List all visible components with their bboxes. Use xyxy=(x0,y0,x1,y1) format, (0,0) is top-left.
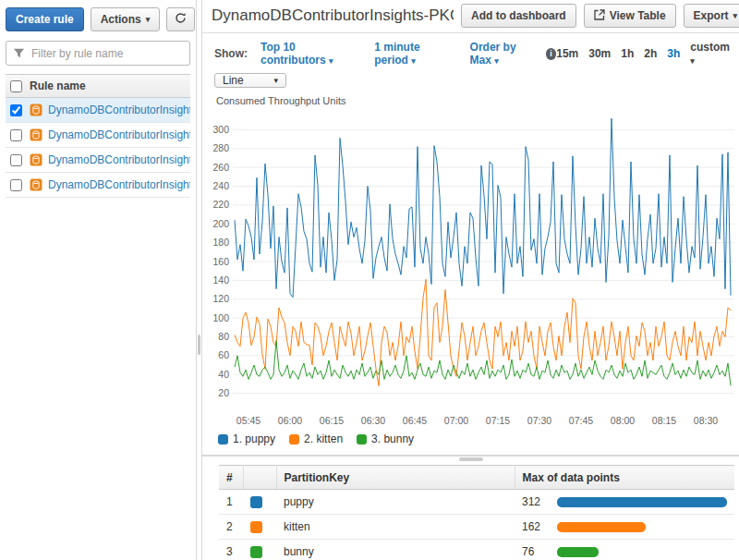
rule-link[interactable]: DynamoDBContributorInsights-SK... xyxy=(48,178,190,191)
legend-item-bunny[interactable]: 3. bunny xyxy=(357,432,414,445)
add-to-dashboard-button[interactable]: Add to dashboard xyxy=(461,4,576,28)
contributors-table-wrap: # PartitionKey Max of data points 1puppy… xyxy=(219,465,734,560)
splitter-grip-icon xyxy=(198,335,200,355)
table-row[interactable]: 1puppy312 xyxy=(219,490,734,515)
order-dropdown[interactable]: Order by Max ▾ xyxy=(470,41,539,67)
swatch-cell xyxy=(243,540,276,560)
series-line-bunny xyxy=(235,341,731,386)
line-chart[interactable]: 2040608010012014016018020022024026028030… xyxy=(211,106,739,432)
x-tick-label: 06:15 xyxy=(320,415,344,426)
time-range-1h[interactable]: 1h xyxy=(621,47,634,60)
view-table-button[interactable]: View Table xyxy=(584,4,676,28)
max-cell: 76 xyxy=(515,540,734,560)
sidebar-toolbar: Create rule Actions ▾ xyxy=(6,7,190,31)
sidebar-splitter[interactable] xyxy=(196,0,202,560)
legend-swatch-icon xyxy=(289,434,299,444)
legend-item-kitten[interactable]: 2. kitten xyxy=(289,432,343,445)
header-buttons: Add to dashboard View Table Export ▾ xyxy=(461,4,739,28)
splitter-grip-icon xyxy=(459,457,483,461)
x-tick-label: 06:30 xyxy=(361,415,385,426)
rule-row[interactable]: DynamoDBContributorInsights-PK... xyxy=(6,123,190,148)
create-rule-button[interactable]: Create rule xyxy=(6,7,84,31)
table-header-row: # PartitionKey Max of data points xyxy=(219,466,734,490)
y-tick-label: 200 xyxy=(212,218,229,229)
chart-type-select[interactable]: Line ▾ xyxy=(214,73,286,88)
partitionkey-cell: puppy xyxy=(276,490,515,515)
rule-row[interactable]: DynamoDBContributorInsights-PK... xyxy=(6,98,190,123)
rule-checkbox[interactable] xyxy=(10,179,22,191)
partitionkey-cell: kitten xyxy=(276,515,515,540)
y-tick-label: 240 xyxy=(212,180,229,191)
x-tick-label: 07:45 xyxy=(569,415,593,426)
rank-cell: 2 xyxy=(219,515,243,540)
actions-button[interactable]: Actions ▾ xyxy=(91,7,161,31)
y-tick-label: 260 xyxy=(212,162,229,173)
x-tick-label: 08:00 xyxy=(611,415,635,426)
rule-row[interactable]: DynamoDBContributorInsights-SK... xyxy=(6,148,190,173)
rule-row[interactable]: DynamoDBContributorInsights-SK... xyxy=(6,173,190,198)
y-tick-label: 140 xyxy=(212,274,229,286)
time-range-30m[interactable]: 30m xyxy=(588,47,611,60)
table-splitter[interactable] xyxy=(202,455,739,457)
max-bar xyxy=(557,547,599,557)
info-icon[interactable]: i xyxy=(546,48,557,60)
chart-canvas[interactable]: 2040608010012014016018020022024026028030… xyxy=(211,106,739,430)
export-label: Export xyxy=(694,9,729,22)
rule-checkbox[interactable] xyxy=(10,154,22,166)
time-range-2h[interactable]: 2h xyxy=(644,47,657,60)
max-bar xyxy=(557,522,646,532)
chevron-down-icon: ▾ xyxy=(273,77,278,85)
y-tick-label: 60 xyxy=(218,349,229,360)
rule-link[interactable]: DynamoDBContributorInsights-PK... xyxy=(48,103,190,116)
chart-y-axis-title: Consumed Throughput Units xyxy=(216,95,739,106)
partitionkey-column-header: PartitionKey xyxy=(276,466,515,490)
legend-label: 3. bunny xyxy=(371,432,414,445)
legend-item-puppy[interactable]: 1. puppy xyxy=(218,432,275,445)
rule-checkbox[interactable] xyxy=(10,129,22,141)
contributors-dropdown[interactable]: Top 10 contributors ▾ xyxy=(260,41,358,67)
series-swatch-icon xyxy=(250,546,262,558)
time-range-3h[interactable]: 3h xyxy=(667,47,680,60)
custom-range-button[interactable]: custom ▾ xyxy=(690,41,730,67)
rule-filter xyxy=(6,41,190,66)
filter-rules-input[interactable] xyxy=(6,41,190,66)
period-dropdown[interactable]: 1 minute period ▾ xyxy=(374,41,454,67)
rule-link[interactable]: DynamoDBContributorInsights-SK... xyxy=(48,153,190,166)
show-label: Show: xyxy=(214,47,248,60)
x-tick-label: 07:00 xyxy=(444,415,468,426)
dynamodb-icon xyxy=(30,103,42,116)
series-swatch-icon xyxy=(250,521,262,533)
chevron-down-icon: ▾ xyxy=(411,56,416,66)
refresh-rules-button[interactable] xyxy=(166,7,195,31)
main-panel: DynamoDBContributorInsights-PKC... Add t… xyxy=(202,0,739,560)
chevron-down-icon: ▾ xyxy=(146,16,151,24)
filter-funnel-icon xyxy=(13,47,25,62)
rule-checkbox[interactable] xyxy=(10,104,22,116)
max-value: 162 xyxy=(522,520,557,533)
x-tick-label: 07:15 xyxy=(486,415,510,426)
export-button[interactable]: Export ▾ xyxy=(684,4,739,28)
chart-controls: Show: Top 10 contributors ▾ 1 minute per… xyxy=(202,33,739,68)
table-row[interactable]: 3bunny76 xyxy=(219,540,734,560)
y-tick-label: 100 xyxy=(212,312,229,323)
y-tick-label: 280 xyxy=(212,142,229,153)
actions-label: Actions xyxy=(101,13,141,26)
rules-sidebar: Create rule Actions ▾ Rule name DynamoDB… xyxy=(0,0,196,560)
y-tick-label: 180 xyxy=(212,237,229,248)
select-all-checkbox[interactable] xyxy=(10,80,22,92)
legend-swatch-icon xyxy=(218,434,228,444)
rule-link[interactable]: DynamoDBContributorInsights-PK... xyxy=(48,128,190,141)
max-value: 76 xyxy=(522,545,557,558)
table-row[interactable]: 2kitten162 xyxy=(219,515,734,540)
max-bar xyxy=(557,497,727,507)
y-tick-label: 300 xyxy=(212,124,229,135)
custom-range-label: custom xyxy=(690,41,730,54)
swatch-cell xyxy=(243,490,276,515)
time-range-15m[interactable]: 15m xyxy=(556,47,578,60)
y-tick-label: 220 xyxy=(212,199,229,210)
chart-legend: 1. puppy2. kitten3. bunny xyxy=(218,432,739,445)
legend-swatch-icon xyxy=(357,434,367,444)
rule-list-header: Rule name xyxy=(6,74,190,98)
series-swatch-icon xyxy=(250,496,262,508)
external-link-icon xyxy=(594,9,605,23)
